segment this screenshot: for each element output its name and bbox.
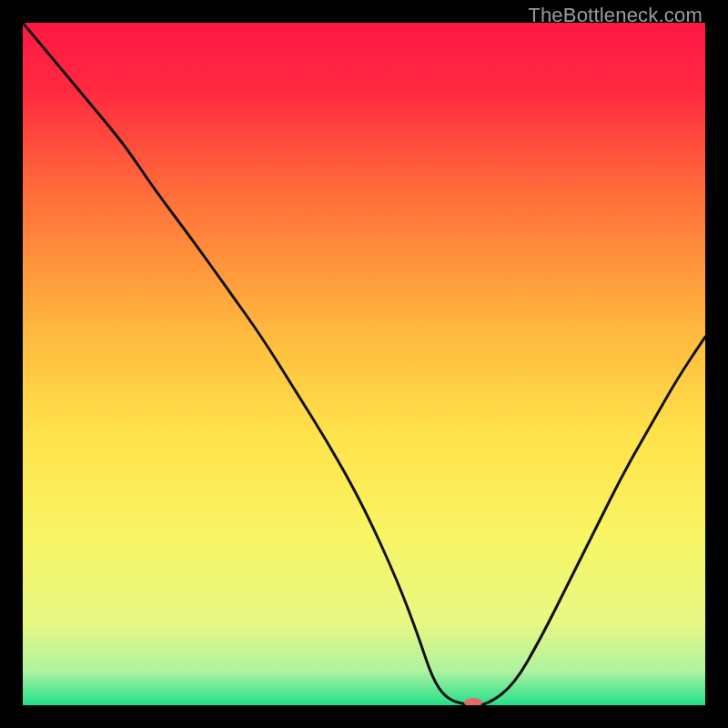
gradient-background: [23, 23, 705, 705]
plot-area: [23, 23, 705, 705]
chart-frame: TheBottleneck.com: [0, 0, 728, 728]
bottleneck-chart: [23, 23, 705, 705]
